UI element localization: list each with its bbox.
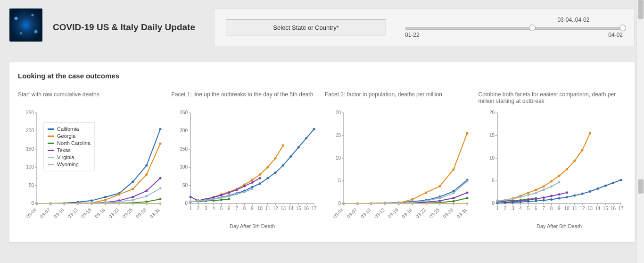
svg-point-351	[612, 182, 614, 184]
svg-point-375	[519, 200, 521, 202]
svg-point-347	[581, 193, 583, 195]
svg-text:11: 11	[572, 206, 578, 211]
svg-text:3: 3	[204, 206, 207, 211]
svg-point-81	[132, 199, 134, 201]
svg-point-153	[274, 171, 276, 174]
svg-point-73	[159, 177, 162, 179]
svg-point-379	[550, 195, 553, 197]
svg-point-151	[258, 182, 261, 185]
svg-text:20: 20	[489, 110, 495, 115]
slider-range-label: 03-04..04-02	[557, 17, 589, 23]
slider-min-label: 01-22	[405, 32, 420, 38]
svg-point-345	[565, 196, 568, 198]
svg-text:8: 8	[243, 206, 246, 211]
svg-text:15: 15	[603, 206, 608, 211]
slider-track	[405, 27, 623, 30]
svg-point-359	[542, 185, 545, 187]
svg-text:250: 250	[180, 110, 188, 115]
chart-title: Combine both facets for easiest comparis…	[479, 91, 627, 108]
svg-point-361	[558, 175, 560, 177]
svg-point-283	[384, 203, 386, 205]
svg-text:10: 10	[489, 155, 495, 161]
svg-point-158	[313, 128, 315, 130]
svg-point-348	[589, 190, 591, 193]
date-range-slider[interactable]: 01-22 04-02 03-04..04-02	[405, 16, 623, 39]
legend-label: California	[57, 126, 79, 133]
svg-text:03-28: 03-28	[135, 207, 147, 219]
chart-title: Start with raw cumulative deaths	[18, 91, 166, 108]
svg-text:6: 6	[535, 206, 537, 211]
svg-point-83	[159, 187, 162, 189]
svg-point-349	[596, 187, 599, 190]
svg-point-63	[159, 198, 162, 200]
svg-text:7: 7	[235, 206, 238, 211]
svg-text:14: 14	[288, 206, 294, 211]
legend-item: North Carolina	[48, 140, 91, 147]
legend-swatch	[48, 143, 54, 144]
svg-text:12: 12	[272, 206, 278, 211]
svg-text:5: 5	[338, 178, 341, 183]
legend-label: Georgia	[57, 133, 75, 140]
svg-point-185	[243, 185, 246, 187]
svg-point-268	[452, 197, 454, 199]
svg-text:Day After 5th Death: Day After 5th Death	[230, 223, 275, 229]
svg-point-388	[542, 188, 545, 191]
svg-point-196	[251, 188, 253, 190]
svg-text:17: 17	[618, 206, 624, 211]
svg-text:6: 6	[228, 206, 231, 211]
svg-text:0: 0	[492, 201, 495, 206]
svg-point-374	[512, 201, 514, 203]
svg-text:15: 15	[489, 133, 495, 138]
svg-point-259	[466, 197, 469, 199]
svg-point-186	[251, 181, 253, 184]
svg-text:5: 5	[527, 206, 529, 211]
svg-text:0: 0	[185, 201, 188, 206]
svg-text:9: 9	[251, 206, 254, 211]
svg-text:200: 200	[180, 128, 188, 133]
svg-text:3: 3	[511, 206, 514, 211]
svg-point-360	[550, 180, 553, 182]
legend-item: Wyoming	[48, 161, 91, 168]
svg-text:03-16: 03-16	[80, 207, 92, 219]
svg-point-269	[466, 191, 469, 194]
svg-text:10: 10	[564, 206, 570, 211]
scrollbar-thumb[interactable]	[638, 0, 644, 19]
chart-plot: 0501001502002501234567891011121314151617…	[172, 108, 320, 231]
svg-text:17: 17	[311, 206, 317, 211]
chart-c1: Start with raw cumulative deaths05010015…	[18, 91, 166, 231]
svg-text:14: 14	[595, 206, 601, 211]
svg-point-342	[542, 199, 545, 202]
svg-point-276	[425, 200, 427, 202]
svg-point-152	[266, 177, 269, 179]
slider-thumb-end[interactable]	[619, 25, 626, 31]
page-title: COVID-19 US & Italy Daily Update	[53, 22, 195, 33]
svg-text:03-22: 03-22	[107, 207, 120, 219]
svg-text:2: 2	[197, 206, 199, 211]
svg-point-195	[243, 191, 246, 193]
svg-point-362	[565, 168, 568, 170]
svg-point-169	[266, 166, 269, 169]
legend: CaliforniaGeorgiaNorth CarolinaTexasVirg…	[43, 122, 95, 171]
svg-point-346	[573, 195, 576, 197]
svg-point-285	[411, 203, 413, 205]
state-country-dropdown[interactable]: Select State or Country*	[226, 19, 386, 35]
chart-plot: 05010015020025003-0403-0703-1003-1303-16…	[18, 108, 166, 231]
chart-c4: Combine both facets for easiest comparis…	[479, 91, 627, 231]
svg-point-178	[189, 196, 191, 198]
svg-point-91	[132, 203, 134, 205]
svg-point-43	[159, 128, 162, 130]
svg-point-183	[228, 191, 230, 194]
slider-thumb-start[interactable]	[529, 25, 536, 31]
svg-text:200: 200	[26, 128, 34, 133]
legend-swatch	[48, 136, 54, 137]
svg-point-88	[91, 203, 93, 205]
svg-text:15: 15	[296, 206, 301, 211]
legend-item: Virginia	[48, 154, 91, 161]
vertical-scrollbar[interactable]	[636, 0, 644, 263]
scrollbar-thumb[interactable]	[638, 179, 644, 194]
svg-text:03-07: 03-07	[39, 207, 51, 219]
svg-point-190	[205, 199, 207, 202]
svg-point-281	[356, 203, 359, 205]
svg-point-182	[220, 194, 223, 196]
svg-text:250: 250	[26, 110, 34, 115]
